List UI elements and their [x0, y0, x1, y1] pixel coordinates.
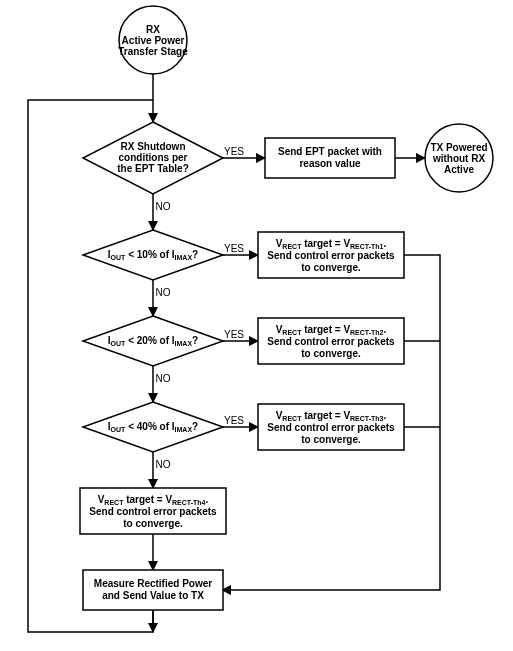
start-label-1: RX	[146, 24, 160, 35]
start-label-3: Transfer Stage	[118, 46, 188, 57]
a2-l2: Send control error packets	[267, 250, 395, 261]
d1-no-label: NO	[156, 201, 171, 212]
m-l1: Measure Rectified Power	[94, 578, 212, 589]
start-label-2: Active Power	[122, 35, 185, 46]
a3-l2: Send control error packets	[267, 336, 395, 347]
end-l3: Active	[444, 164, 474, 175]
a4-l2: Send control error packets	[267, 422, 395, 433]
end-l1: TX Powered	[430, 142, 487, 153]
d1-yes-label: YES	[224, 146, 244, 157]
a3-l3: to converge.	[301, 348, 361, 359]
a4-l3: to converge.	[301, 434, 361, 445]
d1-l1: RX Shutdown	[121, 141, 186, 152]
d3-yes-label: YES	[224, 329, 244, 340]
fa-l2: Send control error packets	[89, 506, 217, 517]
d1-l3: the EPT Table?	[117, 163, 189, 174]
fa-l3: to converge.	[123, 518, 183, 529]
d3-no-label: NO	[156, 373, 171, 384]
d2-yes-label: YES	[224, 243, 244, 254]
a2-l3: to converge.	[301, 262, 361, 273]
d1-l2: conditions per	[119, 152, 188, 163]
d4-no-label: NO	[156, 459, 171, 470]
d4-yes-label: YES	[224, 415, 244, 426]
m-l2: and Send Value to TX	[102, 590, 204, 601]
end-l2: without RX	[432, 153, 486, 164]
a1-l1: Send EPT packet with	[278, 146, 382, 157]
a1-l2: reason value	[299, 158, 361, 169]
d2-no-label: NO	[156, 287, 171, 298]
